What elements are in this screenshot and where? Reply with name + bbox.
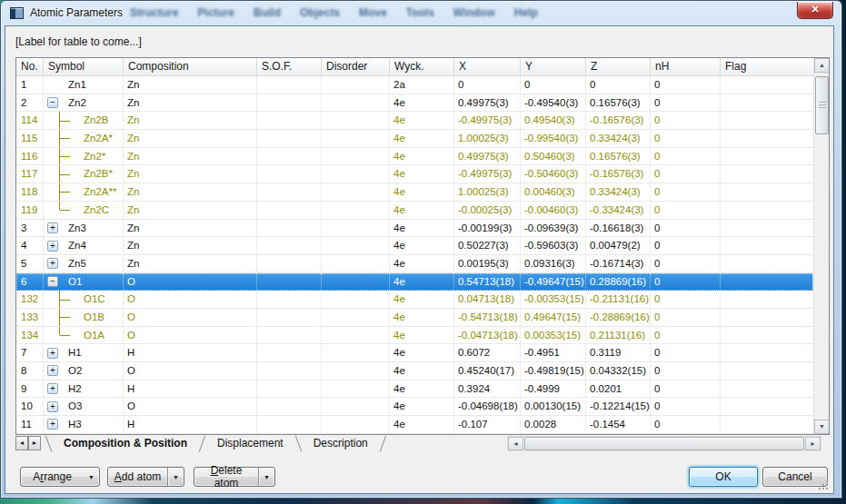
- column-header-composition[interactable]: Composition: [124, 58, 257, 75]
- scroll-up-button[interactable]: ▲: [814, 58, 830, 73]
- tab-composition-position[interactable]: Composition & Position: [51, 435, 200, 452]
- cell-symbol: +H3: [44, 416, 124, 433]
- cell-flag: [721, 148, 813, 165]
- cell-symbol: Zn2A*: [44, 130, 124, 147]
- column-header-flag[interactable]: Flag: [721, 58, 813, 75]
- table-row[interactable]: 7+H1H4e0.6072-0.49510.31190: [16, 344, 813, 362]
- ok-button[interactable]: OK: [689, 467, 758, 487]
- cell-y: -0.99540(3): [521, 130, 586, 147]
- arrange-button[interactable]: Arrange▼: [20, 467, 100, 487]
- column-header-z[interactable]: Z: [586, 58, 651, 75]
- table-row[interactable]: 2−Zn2Zn4e0.49975(3)-0.49540(3)0.16576(3)…: [16, 94, 813, 113]
- expand-toggle-expand-icon[interactable]: +: [47, 365, 58, 376]
- cell-disorder: [322, 344, 390, 361]
- scroll-left-button[interactable]: ◄: [508, 437, 523, 450]
- tab-displacement[interactable]: Displacement: [204, 435, 296, 452]
- vertical-scrollbar-thumb[interactable]: [815, 76, 829, 134]
- title-bar[interactable]: StructurePictureBuildObjectsMoveToolsWin…: [1, 1, 841, 25]
- table-row[interactable]: 114Zn2BZn4e-0.49975(3)0.49540(3)-0.16576…: [16, 112, 813, 130]
- cell-disorder: [322, 220, 390, 237]
- add-atom-button[interactable]: Add atom▼: [107, 467, 184, 487]
- column-header-y[interactable]: Y: [521, 58, 586, 75]
- cell-composition: Zn: [124, 220, 257, 237]
- cell-y: 0.00353(15): [521, 327, 586, 344]
- dropdown-arrow-icon[interactable]: ▼: [168, 474, 184, 480]
- table-row[interactable]: 10+O3O4e-0.04698(18)0.00130(15)-0.12214(…: [16, 398, 813, 416]
- scroll-left-icon: ◄: [513, 440, 519, 447]
- column-header-s-o-f[interactable]: S.O.F.: [257, 58, 322, 75]
- table-row[interactable]: 4+Zn4Zn4e0.50227(3)-0.59603(3)0.00479(2)…: [16, 237, 813, 255]
- cell-disorder: [322, 362, 390, 380]
- scroll-right-button[interactable]: ►: [805, 437, 821, 450]
- horizontal-scrollbar-thumb[interactable]: [524, 437, 804, 450]
- dropdown-arrow-icon[interactable]: ▼: [259, 474, 274, 480]
- cell-flag: [721, 416, 813, 433]
- column-header-wyck[interactable]: Wyck.: [390, 58, 454, 75]
- table-row[interactable]: 3+Zn3Zn4e-0.00199(3)-0.09639(3)-0.16618(…: [16, 220, 813, 238]
- expand-toggle-collapse-icon[interactable]: −: [47, 97, 58, 108]
- dropdown-arrow-icon[interactable]: ▼: [84, 474, 99, 480]
- expand-toggle-expand-icon[interactable]: +: [47, 258, 58, 269]
- expand-toggle-expand-icon[interactable]: +: [47, 222, 58, 233]
- symbol-label: Zn2B: [84, 112, 109, 128]
- cell-flag: [721, 362, 813, 380]
- cell-composition: Zn: [124, 237, 257, 254]
- table-row[interactable]: 5+Zn5Zn4e0.00195(3)0.09316(3)-0.16714(3)…: [16, 255, 813, 273]
- cell-no: 6: [16, 273, 44, 291]
- cell-nh: 0: [651, 344, 721, 361]
- expand-toggle-expand-icon[interactable]: +: [47, 241, 58, 252]
- column-header-nh[interactable]: nH: [651, 58, 721, 75]
- cell-z: 0.16576(3): [586, 148, 651, 165]
- table-row[interactable]: 6−O1O4e0.54713(18)-0.49647(15)0.28869(16…: [16, 273, 813, 292]
- tab-description[interactable]: Description: [301, 435, 381, 452]
- column-header-symbol[interactable]: Symbol: [44, 58, 124, 75]
- table-row[interactable]: 117Zn2B*Zn4e-0.49975(3)-0.50460(3)-0.165…: [16, 165, 813, 183]
- cell-flag: [721, 130, 813, 147]
- table-row[interactable]: 116Zn2*Zn4e0.49975(3)0.50460(3)0.16576(3…: [16, 148, 813, 166]
- table-row[interactable]: 118Zn2A**Zn4e1.00025(3)0.00460(3)0.33424…: [16, 183, 813, 202]
- table-row[interactable]: 1Zn1Zn2a0000: [16, 76, 813, 94]
- expand-toggle-expand-icon[interactable]: +: [47, 348, 58, 359]
- expand-toggle-expand-icon[interactable]: +: [47, 419, 58, 430]
- table-row[interactable]: 132O1CO4e0.04713(18)-0.00353(15)-0.21131…: [16, 291, 813, 309]
- close-button[interactable]: ✕: [797, 2, 833, 19]
- symbol-label: Zn3: [68, 220, 86, 236]
- column-header-x[interactable]: X: [454, 58, 521, 75]
- cell-sof: [257, 291, 322, 308]
- cell-no: 134: [16, 327, 44, 344]
- table-row[interactable]: 9+H2H4e0.3924-0.49990.02010: [16, 380, 813, 399]
- resize-grip[interactable]: [818, 479, 829, 490]
- scroll-down-button[interactable]: ▼: [814, 420, 830, 434]
- cell-wyck: 4e: [390, 291, 454, 308]
- cell-sof: [257, 112, 322, 129]
- cell-sof: [257, 130, 322, 147]
- cell-x: 0.00195(3): [454, 255, 521, 272]
- cell-wyck: 4e: [390, 380, 454, 398]
- table-row[interactable]: 134O1AO4e-0.04713(18)0.00353(15)0.21131(…: [16, 327, 813, 345]
- expand-toggle-expand-icon[interactable]: +: [47, 401, 58, 412]
- column-header-no[interactable]: No.: [16, 58, 44, 75]
- delete-atom-button[interactable]: Delete atom▼: [194, 467, 275, 487]
- close-icon: ✕: [811, 4, 819, 15]
- expand-toggle-collapse-icon[interactable]: −: [47, 276, 58, 287]
- table-row[interactable]: 133O1BO4e-0.54713(18)0.49647(15)-0.28869…: [16, 309, 813, 327]
- cell-nh: 0: [651, 273, 721, 291]
- cell-composition: Zn: [124, 202, 257, 219]
- cell-z: -0.16576(3): [586, 112, 651, 129]
- cell-composition: O: [124, 362, 257, 380]
- tab-scroll-right-button[interactable]: ►: [28, 436, 41, 450]
- table-row[interactable]: 115Zn2A*Zn4e1.00025(3)-0.99540(3)0.33424…: [16, 130, 813, 148]
- table-row[interactable]: 8+O2O4e0.45240(17)-0.49819(15)0.04332(15…: [16, 362, 813, 380]
- column-header-disorder[interactable]: Disorder: [322, 58, 390, 75]
- horizontal-scrollbar[interactable]: ◄ ►: [507, 436, 821, 451]
- cell-symbol: +O2: [44, 362, 124, 380]
- cell-z: -0.1454: [586, 416, 651, 433]
- table-row[interactable]: 11+H3H4e-0.1070.0028-0.14540: [16, 416, 813, 434]
- expand-toggle-expand-icon[interactable]: +: [47, 383, 58, 394]
- cell-sof: [257, 309, 322, 326]
- tab-scroll-left-button[interactable]: ◄: [15, 436, 28, 450]
- vertical-scrollbar[interactable]: ▲ ▼: [813, 58, 829, 434]
- tree-branch-icon: [59, 165, 72, 183]
- cell-disorder: [322, 94, 390, 112]
- table-row[interactable]: 119Zn2CZn4e-0.00025(3)-0.00460(3)-0.3342…: [16, 202, 813, 220]
